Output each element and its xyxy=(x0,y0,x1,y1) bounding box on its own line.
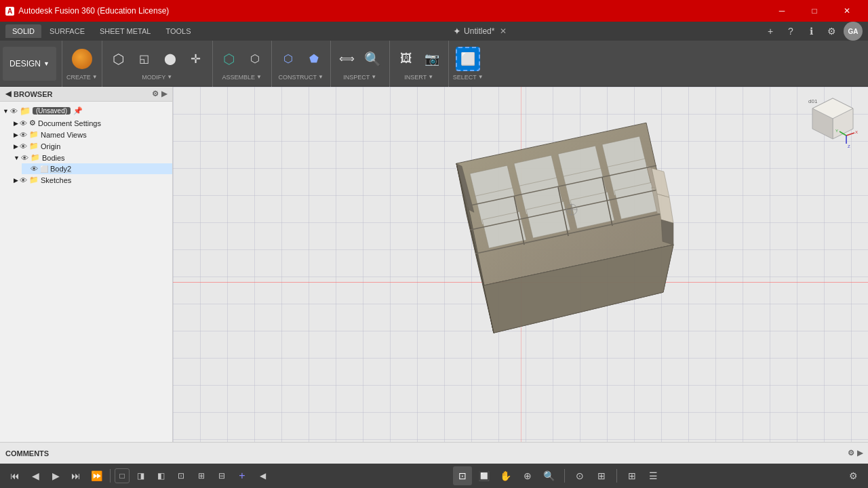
tree-item-sketches[interactable]: ▶ 👁 📁 Sketches xyxy=(11,174,172,186)
tree-item-document-settings[interactable]: ▶ 👁 ⚙ Document Settings xyxy=(11,117,172,129)
select-label[interactable]: SELECT ▼ xyxy=(453,74,484,81)
grid-button[interactable]: ⊞ xyxy=(623,466,642,485)
insert-label[interactable]: INSERT ▼ xyxy=(404,74,433,81)
pin-icon[interactable]: 📌 xyxy=(73,106,83,115)
insert-icon-2[interactable]: 📷 xyxy=(420,47,444,71)
modify-icon-2[interactable]: ◱ xyxy=(132,47,157,71)
tree-item-body2[interactable]: ▶ 👁 ⬜ Body2 xyxy=(22,163,172,174)
inspect-icon-1[interactable]: ⟺ xyxy=(335,47,359,71)
restore-button[interactable]: □ xyxy=(799,0,830,22)
app-logo-icon: A xyxy=(5,7,14,16)
tree-root[interactable]: ▼ 👁 📁 (Unsaved) 📌 xyxy=(0,104,172,117)
browser-settings-icon[interactable]: ⚙ xyxy=(152,89,159,98)
modify-icon-3[interactable]: ⬤ xyxy=(158,47,182,71)
timeline-icon-7[interactable]: + xyxy=(233,466,252,485)
tree-eye-bodies[interactable]: 👁 xyxy=(21,154,28,162)
inspect-icon-2[interactable]: 🔍 xyxy=(361,47,385,71)
viewport[interactable]: X Y Z d01 xyxy=(173,87,868,442)
display-mode-1[interactable]: ⊙ xyxy=(570,466,589,485)
tab-sheet-metal[interactable]: SHEET METAL xyxy=(93,24,157,38)
timeline-icon-8[interactable]: ◀ xyxy=(253,466,272,485)
comments-expand-icon[interactable]: ▶ xyxy=(857,449,863,458)
construct-icons: ⬡ ⬟ xyxy=(276,47,326,71)
timeline-icon-6[interactable]: ⊟ xyxy=(212,466,231,485)
create-label[interactable]: CREATE ▼ xyxy=(66,74,98,81)
pan-button[interactable]: ✋ xyxy=(496,466,515,485)
play-prev-button[interactable]: ◀ xyxy=(26,466,45,485)
tree-eye-body2[interactable]: 👁 xyxy=(31,165,38,173)
timeline-icon-3[interactable]: ◧ xyxy=(151,466,170,485)
insert-icon-1[interactable]: 🖼 xyxy=(394,47,418,71)
sketch-mode-button[interactable]: 🔲 xyxy=(475,466,494,485)
construct-icon-2[interactable]: ⬟ xyxy=(302,47,326,71)
view-mode-button[interactable]: ⊡ xyxy=(453,466,472,485)
timeline-icon-5[interactable]: ⊞ xyxy=(192,466,211,485)
menu-bar: SOLID SURFACE SHEET METAL TOOLS ✦ Untitl… xyxy=(0,22,868,41)
tree-eye-doc[interactable]: 👁 xyxy=(20,119,27,127)
construct-label[interactable]: CONSTRUCT ▼ xyxy=(278,74,323,81)
viewport-settings-button[interactable]: ⚙ xyxy=(844,466,863,485)
inspect-arrow-icon: ▼ xyxy=(371,74,376,80)
main-layout: ◀ BROWSER ⚙ ▶ ▼ 👁 📁 (Unsaved) 📌 ▶ 👁 ⚙ xyxy=(0,87,868,442)
play-next-button[interactable]: ⏭ xyxy=(66,466,85,485)
modify-label[interactable]: MODIFY ▼ xyxy=(142,74,172,81)
title-bar-right: ─ □ ✕ xyxy=(766,0,863,22)
modify-icon-1[interactable]: ⬡ xyxy=(106,47,131,71)
timeline-icon-4[interactable]: ⊡ xyxy=(172,466,191,485)
tree-eye-origin[interactable]: 👁 xyxy=(20,142,27,150)
tab-surface[interactable]: SURFACE xyxy=(43,24,92,38)
tree-item-origin[interactable]: ▶ 👁 📁 Origin xyxy=(11,140,172,152)
timeline-icon-2[interactable]: ◨ xyxy=(131,466,150,485)
play-first-button[interactable]: ⏮ xyxy=(5,466,24,485)
tree-arrow-sketches: ▶ xyxy=(14,177,18,184)
browser-title: BROWSER xyxy=(14,90,52,98)
tree-item-bodies[interactable]: ▼ 👁 📁 Bodies xyxy=(11,152,172,163)
tree-eye-named[interactable]: 👁 xyxy=(20,131,27,139)
construct-icon-1[interactable]: ⬡ xyxy=(276,47,300,71)
bottom-toolbar-left: ⏮ ◀ ▶ ⏭ ⏩ □ ◨ ◧ ⊡ ⊞ ⊟ + ◀ xyxy=(5,466,272,485)
snap-button[interactable]: ☰ xyxy=(644,466,663,485)
tree-folder-bodies-icon: 📁 xyxy=(31,153,40,162)
assemble-icon-1[interactable]: ⬡ xyxy=(217,47,241,71)
assemble-icon-2[interactable]: ⬡ xyxy=(243,47,267,71)
document-close-icon[interactable]: ✕ xyxy=(500,26,507,36)
timeline-icon-1[interactable]: □ xyxy=(115,468,130,483)
orbit-button[interactable]: ⊕ xyxy=(518,466,537,485)
user-avatar[interactable]: GA xyxy=(844,22,863,41)
play-last-button[interactable]: ⏩ xyxy=(87,466,106,485)
insert-section: 🖼 📷 INSERT ▼ xyxy=(389,41,448,87)
tab-tools[interactable]: TOOLS xyxy=(159,24,197,38)
assemble-label[interactable]: ASSEMBLE ▼ xyxy=(222,74,261,81)
new-tab-button[interactable]: + xyxy=(762,23,778,39)
tree-eye-sketches[interactable]: 👁 xyxy=(20,176,27,184)
minimize-button[interactable]: ─ xyxy=(766,0,797,22)
create-primary-button[interactable] xyxy=(70,47,94,71)
close-button[interactable]: ✕ xyxy=(831,0,863,22)
tree-eye-icon[interactable]: 👁 xyxy=(10,107,18,115)
settings-button[interactable]: ⚙ xyxy=(823,23,840,39)
tree-item-named-views[interactable]: ▶ 👁 📁 Named Views xyxy=(11,129,172,140)
browser-panel: ◀ BROWSER ⚙ ▶ ▼ 👁 📁 (Unsaved) 📌 ▶ 👁 ⚙ xyxy=(0,87,173,442)
info-button[interactable]: ℹ xyxy=(803,23,819,39)
browser-expand-icon[interactable]: ▶ xyxy=(161,89,167,98)
help-button[interactable]: ? xyxy=(783,23,799,39)
tree-label-bodies: Bodies xyxy=(42,154,65,162)
select-icon-1[interactable]: ⬜ xyxy=(456,47,480,71)
inspect-label[interactable]: INSPECT ▼ xyxy=(343,74,376,81)
select-arrow-icon: ▼ xyxy=(478,74,484,80)
browser-collapse-icon[interactable]: ◀ xyxy=(5,89,11,98)
inspect-section: ⟺ 🔍 INSPECT ▼ xyxy=(330,41,389,87)
viewcube[interactable]: X Y Z d01 xyxy=(806,95,860,149)
display-mode-2[interactable]: ⊞ xyxy=(592,466,611,485)
tree-folder-named-icon: 📁 xyxy=(29,130,39,139)
zoom-button[interactable]: 🔍 xyxy=(540,466,559,485)
play-button[interactable]: ▶ xyxy=(46,466,65,485)
design-dropdown[interactable]: DESIGN ▼ xyxy=(3,47,56,81)
tree-arrow-named: ▶ xyxy=(14,131,18,138)
comments-title: COMMENTS xyxy=(5,449,49,458)
comments-settings-icon[interactable]: ⚙ xyxy=(848,449,854,458)
modify-icon-4[interactable]: ✛ xyxy=(184,47,208,71)
assemble-icons: ⬡ ⬡ xyxy=(217,47,267,71)
divider-2 xyxy=(564,469,565,483)
tab-solid[interactable]: SOLID xyxy=(5,24,41,38)
